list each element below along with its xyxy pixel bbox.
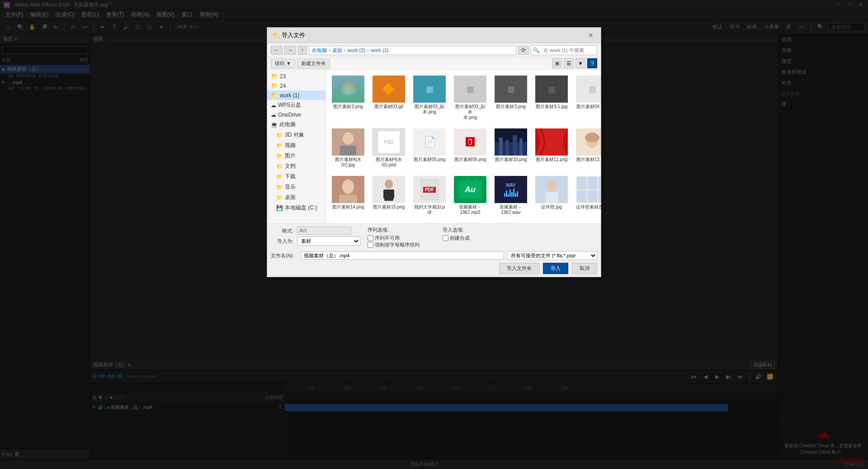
sidebar-drive-c[interactable]: 💾 本地磁盘 (C:) bbox=[267, 203, 326, 213]
file-item[interactable]: 图片素材10.png bbox=[492, 126, 529, 170]
file-item[interactable]: ▦ 图片素材3-1.jpg bbox=[533, 73, 570, 123]
dialog-icon: 📁 bbox=[273, 33, 279, 38]
format-input[interactable] bbox=[297, 227, 351, 235]
view-large-icons-btn[interactable]: ⊞ bbox=[552, 58, 562, 68]
sidebar-wps[interactable]: ☁ WPS云盘 bbox=[267, 100, 326, 110]
file-item[interactable]: 图片素材11.png bbox=[533, 126, 570, 170]
sidebar-23[interactable]: 📁 23 bbox=[267, 71, 326, 81]
import-folder-btn[interactable]: 导入文件夹 bbox=[499, 263, 539, 274]
sequence-unavailable-input[interactable] bbox=[368, 235, 373, 241]
file-name: 图片素材4(水印).psd bbox=[376, 157, 402, 168]
file-item[interactable]: 📄 图片素材05.png bbox=[411, 126, 448, 170]
file-item[interactable]: 图片素材14.png bbox=[330, 174, 367, 218]
format-section: 格式: 导入为: 素材 bbox=[271, 227, 360, 248]
dialog-footer: 格式: 导入为: 素材 序列选项: 序列不可用 bbox=[267, 223, 601, 277]
file-item[interactable]: 🌅 图片素材2.png bbox=[330, 73, 367, 123]
file-item[interactable]: 图片素材4(水印).jpg bbox=[330, 126, 367, 170]
file-thumbnail: ▦ bbox=[495, 76, 527, 103]
sidebar-label: 文档 bbox=[285, 162, 296, 170]
bc-sep-3: › bbox=[367, 47, 369, 53]
folder-icon: 📁 bbox=[271, 73, 278, 80]
file-item[interactable]: PSD 图片素材4(水印).psd bbox=[370, 126, 407, 170]
dialog-titlebar: 📁 导入文件 ✕ bbox=[267, 28, 601, 43]
file-item[interactable]: 图片素材15.png bbox=[370, 174, 407, 218]
sidebar-video[interactable]: 📁 视频 bbox=[267, 140, 326, 151]
file-item[interactable]: WAV bbox=[492, 174, 529, 218]
file-thumbnail: ▦ bbox=[454, 76, 486, 103]
file-item[interactable]: ▦ 图片素材3.png bbox=[492, 73, 529, 123]
create-comp-input[interactable] bbox=[443, 235, 448, 241]
bc-sep-1: › bbox=[329, 47, 330, 53]
sidebar-24[interactable]: 📁 24 bbox=[267, 81, 326, 90]
file-name: 图片素材10.png bbox=[495, 157, 527, 162]
file-thumbnail: ▦ bbox=[413, 76, 446, 103]
file-thumbnail: Au bbox=[454, 176, 486, 203]
view-details-btn[interactable]: ☰ bbox=[564, 58, 574, 68]
bc-work2[interactable]: work (2) bbox=[347, 47, 365, 53]
force-alpha-input[interactable] bbox=[368, 242, 373, 248]
sidebar-computer[interactable]: 💻 此电脑 bbox=[267, 119, 326, 130]
dialog-title-content: 📁 导入文件 bbox=[273, 31, 305, 39]
sidebar-work1[interactable]: 📁 work (1) bbox=[267, 90, 326, 100]
import-options-label: 导入选项: bbox=[443, 227, 497, 233]
file-item[interactable]: ▦ 图片素材04.png bbox=[574, 73, 601, 123]
file-thumbnail: ▦ bbox=[576, 76, 601, 103]
file-item[interactable]: PDF 我的大学规划.pdf bbox=[411, 174, 448, 218]
bc-work1[interactable]: work (1) bbox=[371, 47, 389, 53]
file-item[interactable]: 🔶 图片素材03.gif bbox=[370, 73, 407, 123]
docs-folder-icon: 📁 bbox=[276, 163, 283, 170]
help-btn[interactable]: ? bbox=[587, 58, 597, 68]
cancel-btn[interactable]: 取消 bbox=[572, 263, 597, 274]
sidebar-desktop[interactable]: 📁 桌面 bbox=[267, 192, 326, 203]
file-name: 图片素材15.png bbox=[373, 204, 405, 210]
import-as-select[interactable]: 素材 bbox=[297, 237, 360, 246]
sidebar-images[interactable]: 📁 图片 bbox=[267, 151, 326, 161]
dialog-up-btn[interactable]: ↑ bbox=[298, 46, 307, 55]
view-options-btn[interactable]: ▼ bbox=[576, 58, 585, 68]
import-dialog: 📁 导入文件 ✕ ← → ↑ 此电脑 › 桌面 › work (2) › wor… bbox=[267, 27, 601, 277]
file-item[interactable]: ▦ 图片素材03_副本.png bbox=[411, 73, 448, 123]
bc-desktop[interactable]: 桌面 bbox=[332, 47, 342, 54]
sidebar-docs[interactable]: 📁 文档 bbox=[267, 161, 326, 171]
file-name: 图片素材2.png bbox=[333, 104, 363, 109]
sidebar-label: work (1) bbox=[280, 92, 299, 99]
file-name: 图片素材11.png bbox=[536, 157, 568, 162]
new-folder-btn[interactable]: 新建文件夹 bbox=[297, 59, 330, 68]
filename-input[interactable] bbox=[301, 251, 504, 260]
file-thumbnail: PSD bbox=[373, 128, 405, 156]
file-thumbnail bbox=[535, 176, 568, 203]
file-item[interactable]: 证件照素材2.jpg bbox=[574, 174, 601, 218]
sidebar-downloads[interactable]: 📁 下载 bbox=[267, 171, 326, 182]
file-name: 图片素材14.png bbox=[332, 204, 364, 210]
file-item[interactable]: 🅾 图片素材06.png bbox=[452, 126, 489, 170]
wav-icon: WAV bbox=[504, 183, 518, 197]
filetype-select[interactable]: 所有可接受的文件 (*.fla;*.prpr bbox=[507, 251, 597, 260]
sidebar-music[interactable]: 📁 音乐 bbox=[267, 182, 326, 192]
organize-btn[interactable]: 组织 ▼ bbox=[271, 59, 295, 68]
sidebar-3d[interactable]: 📁 3D 对象 bbox=[267, 130, 326, 140]
sidebar-label: 此电脑 bbox=[279, 121, 296, 128]
file-name: 图片素材3-1.jpg bbox=[536, 104, 568, 109]
sidebar-label: 下载 bbox=[285, 173, 296, 180]
folder-icon: 📁 bbox=[271, 82, 278, 89]
dialog-close-btn[interactable]: ✕ bbox=[586, 32, 595, 39]
pdf-label: PDF bbox=[423, 187, 436, 193]
sequence-section: 序列选项: 序列不可用 强制按字母顺序排列 bbox=[368, 227, 435, 248]
dialog-search-input[interactable] bbox=[541, 47, 595, 54]
dialog-forward-btn[interactable]: → bbox=[284, 46, 296, 55]
filename-row: 文件名(N): 所有可接受的文件 (*.fla;*.prpr bbox=[271, 251, 597, 260]
file-name: 我的大学规划.pdf bbox=[413, 204, 446, 215]
dialog-back-btn[interactable]: ← bbox=[271, 46, 283, 55]
svg-rect-7 bbox=[513, 135, 517, 156]
sequence-label: 序列选项: bbox=[368, 227, 435, 233]
import-btn[interactable]: 导入 bbox=[543, 263, 568, 274]
file-item[interactable]: ▦ 图片素材03_副本本.png bbox=[452, 73, 489, 123]
file-thumbnail bbox=[332, 176, 364, 203]
sidebar-label: 24 bbox=[280, 83, 286, 89]
sidebar-onedrive[interactable]: ☁ OneDrive bbox=[267, 110, 326, 119]
bc-computer[interactable]: 此电脑 bbox=[312, 47, 327, 54]
dialog-refresh-btn[interactable]: ⟳ bbox=[518, 46, 529, 55]
file-item[interactable]: 证件照.jpg bbox=[533, 174, 570, 218]
file-item[interactable]: Au 音频素材－1967.mp3 bbox=[452, 174, 489, 218]
file-item[interactable]: 图片素材13.png bbox=[574, 126, 601, 170]
